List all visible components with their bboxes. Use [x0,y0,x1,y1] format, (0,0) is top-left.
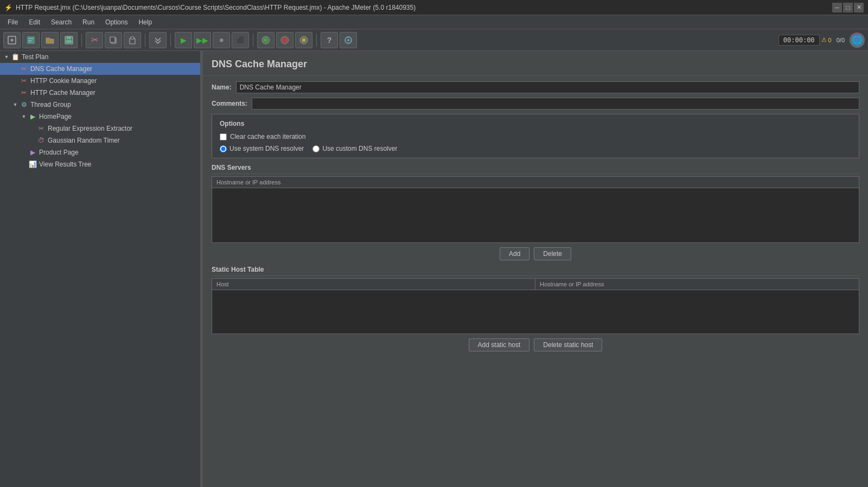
svg-rect-3 [28,40,32,41]
maximize-button[interactable]: □ [843,3,853,12]
dns-table-body[interactable] [212,188,859,242]
expand-arrow-regex [29,125,36,132]
menu-edit[interactable]: Edit [23,17,46,28]
clear-cache-checkbox[interactable] [220,133,227,140]
tree-label-test-plan: Test Plan [22,53,48,61]
menu-run[interactable]: Run [77,17,100,28]
menu-help[interactable]: Help [133,17,157,28]
delete-static-host-button[interactable]: Delete static host [534,338,602,351]
remote-stop-button[interactable] [276,32,293,48]
tree-item-homepage[interactable]: ▼ ▶ HomePage [0,111,200,123]
separator-1 [81,34,82,47]
add-static-host-button[interactable]: Add static host [469,338,530,351]
tree-item-thread-group[interactable]: ▼ ⚙ Thread Group [0,99,200,111]
thread-group-icon: ⚙ [20,100,28,109]
expand-arrow-test-plan[interactable]: ▼ [3,54,10,60]
expand-arrow-product [21,149,27,156]
remote-engine-icon[interactable]: 🌐 [850,33,865,48]
regex-extractor-icon: ✂ [37,124,46,133]
tree-label-homepage: HomePage [39,113,72,120]
tree-label-thread-group: Thread Group [30,101,71,108]
expand-arrow-homepage[interactable]: ▼ [21,113,27,120]
add-dns-button[interactable]: Add [500,247,529,260]
name-row: Name: [212,81,859,93]
http-cookie-manager-icon: ✂ [20,76,28,85]
static-host-table-title: Static Host Table [212,266,859,276]
comments-input[interactable] [252,98,859,110]
start-no-pauses-button[interactable]: ▶▶ [194,32,211,48]
open-button[interactable] [41,32,59,48]
tree-item-http-cache-manager[interactable]: ✂ HTTP Cache Manager [0,87,200,99]
minimize-button[interactable]: ─ [832,3,842,12]
clear-cache-label[interactable]: Clear cache each iteration [230,133,305,140]
tree-item-view-results-tree[interactable]: 📊 View Results Tree [0,158,200,170]
new-button[interactable] [3,32,21,48]
tree-item-regex-extractor[interactable]: ✂ Regular Expression Extractor [0,123,200,134]
comments-row: Comments: [212,98,859,110]
tree-item-product-page[interactable]: ▶ Product Page [0,146,200,158]
panel-title: DNS Cache Manager [203,51,868,76]
use-custom-dns-option[interactable]: Use custom DNS resolver [312,145,397,152]
help-button[interactable]: ? [321,32,338,48]
title-bar-content: ⚡ HTTP Request.jmx (C:\Users\juanpa\Docu… [4,4,416,11]
menu-search[interactable]: Search [46,17,77,28]
warning-indicator: ⚠ 0 [821,36,832,43]
cut-button[interactable]: ✂ [86,32,103,48]
tree-label-dns-cache-manager: DNS Cache Manager [30,65,92,73]
close-button[interactable]: ✕ [854,3,864,12]
use-system-dns-radio[interactable] [220,145,227,152]
expand-arrow-dns [12,66,18,72]
gaussian-timer-icon: ⏱ [37,136,46,145]
delete-dns-button[interactable]: Delete [534,247,571,260]
tree-item-gaussian-timer[interactable]: ⏱ Gaussian Random Timer [0,134,200,146]
svg-rect-6 [67,36,71,39]
warning-count: 0 [828,37,832,43]
remote-start-button[interactable] [257,32,275,48]
tree-item-http-cookie-manager[interactable]: ✂ HTTP Cookie Manager [0,75,200,87]
menu-file[interactable]: File [2,17,23,28]
dns-table-header: Hostname or IP address [212,177,859,188]
stop-button[interactable]: ■ [213,32,230,48]
static-host-table: Host Hostname or IP address [212,278,859,334]
separator-3 [170,34,171,47]
window-title: HTTP Request.jmx (C:\Users\juanpa\Docume… [16,4,416,11]
copy-button[interactable] [105,32,122,48]
use-custom-dns-radio[interactable] [312,145,320,152]
static-host-buttons-row: Add static host Delete static host [212,338,859,351]
clear-cache-row: Clear cache each iteration [220,133,851,140]
remote-shutdown-button[interactable] [295,32,312,48]
svg-point-17 [347,39,349,41]
plugin-manager-button[interactable] [340,32,357,48]
name-input[interactable] [236,81,859,93]
dns-cache-manager-icon: ✂ [20,65,28,73]
tree-label-product-page: Product Page [39,149,79,156]
use-system-dns-option[interactable]: Use system DNS resolver [220,145,304,152]
svg-rect-14 [283,38,287,42]
options-group-title: Options [220,120,851,127]
test-plan-icon: 📋 [11,53,20,61]
static-table-body[interactable] [212,290,859,334]
use-custom-dns-label[interactable]: Use custom DNS resolver [322,145,397,152]
templates-button[interactable] [22,32,40,48]
start-button[interactable]: ▶ [175,32,192,48]
toolbar: ✂ ▶ ▶▶ ■ ⬛ [0,29,868,51]
svg-rect-11 [131,37,134,39]
form-area: Name: Comments: Options Clear cache each… [203,76,868,362]
expand-button[interactable] [149,32,167,48]
tree-item-dns-cache-manager[interactable]: ✂ DNS Cache Manager [0,63,200,75]
tree-panel: ▼ 📋 Test Plan ✂ DNS Cache Manager ✂ HTTP… [0,51,201,487]
use-system-dns-label[interactable]: Use system DNS resolver [229,145,304,152]
expand-arrow-thread-group[interactable]: ▼ [12,101,18,108]
separator-5 [316,34,317,47]
tree-item-test-plan[interactable]: ▼ 📋 Test Plan [0,51,200,63]
menu-options[interactable]: Options [100,17,133,28]
expand-arrow-timer [29,137,36,144]
window-controls[interactable]: ─ □ ✕ [832,3,864,12]
save-button[interactable] [60,32,78,48]
warning-icon: ⚠ [821,36,827,43]
product-page-icon: ▶ [28,148,37,157]
shutdown-button[interactable]: ⬛ [232,32,249,48]
tree-label-http-cookie-manager: HTTP Cookie Manager [30,77,97,85]
dns-buttons-row: Add Delete [212,247,859,260]
paste-button[interactable] [124,32,141,48]
